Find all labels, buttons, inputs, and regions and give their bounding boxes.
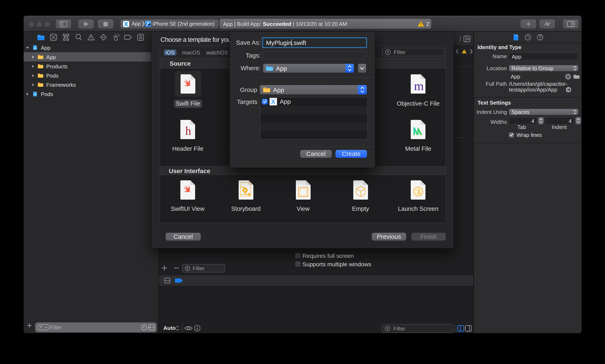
svg-text:h: h — [185, 124, 191, 137]
svg-text:m: m — [414, 79, 424, 93]
svg-text:1: 1 — [417, 188, 421, 195]
